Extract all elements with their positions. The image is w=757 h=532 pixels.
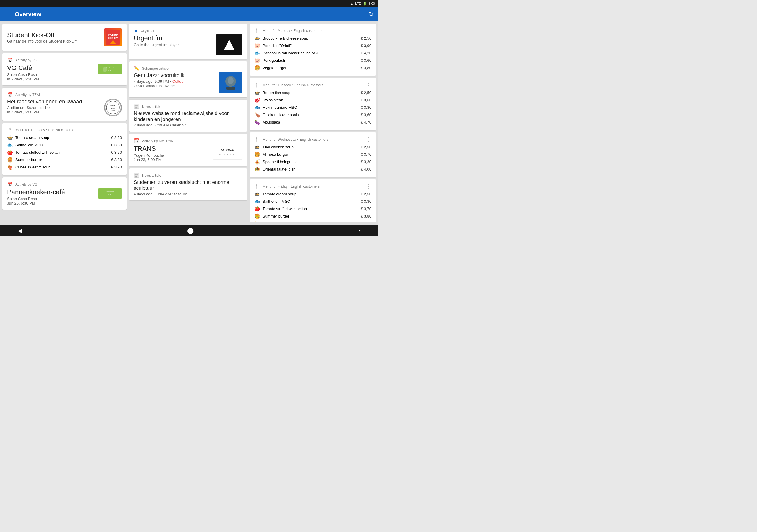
vg-logo: VERKEERD GEPARKEERD (98, 64, 122, 74)
menu-monday-card[interactable]: 🍴 Menu for Monday • English customers ⋮ … (250, 24, 376, 76)
menu-row-left: 🐟 Saithe loin MSC (254, 199, 290, 204)
menu-item-name: Pangasius roll lobster sauce ASC (262, 51, 319, 55)
menu-item-price: € 3,30 (361, 199, 371, 204)
food-icon: 🍅 (254, 206, 260, 212)
tzal-card[interactable]: 📅 Activity by TZAL ⋮ Het raadsel van goe… (2, 88, 127, 121)
food-icon: 🐷 (254, 43, 260, 48)
page-title: Overview (15, 11, 364, 18)
menu-item-name: Saithe loin MSC (262, 199, 290, 204)
menu-row-left: 🐷 Pork goulash (254, 58, 285, 63)
more-options[interactable]: ⋮ (237, 138, 242, 144)
back-button[interactable]: ◀ (18, 227, 22, 234)
news-icon: 📰 (134, 104, 139, 109)
food-icon: 🍲 (254, 36, 260, 41)
card-body: TRANS Yugen Kombucha Jun 23, 6:00 PM MaT… (134, 145, 242, 162)
more-options[interactable]: ⋮ (237, 66, 242, 71)
card-time: Jun 23, 6:00 PM (134, 158, 210, 162)
menu-row: 🐟 Saithe loin MSC € 3,30 (7, 141, 122, 149)
card-text: Gent Jazz: vooruitblik 4 days ago, 9:09 … (134, 73, 216, 88)
more-options[interactable]: ⋮ (237, 173, 242, 178)
svg-text:T'ZAL: T'ZAL (110, 105, 116, 107)
more-options[interactable]: ⋮ (366, 28, 371, 33)
menu-item-name: Swiss steak (262, 98, 283, 102)
more-options[interactable]: ⋮ (366, 184, 371, 189)
gent-jazz-card[interactable]: ✏️ Schamper article ⋮ Gent Jazz: vooruit… (129, 62, 247, 97)
status-bar: ▲ LTE 🔋 8:00 (0, 0, 378, 7)
refresh-button[interactable]: ↻ (369, 11, 374, 18)
food-icon: 🐟 (254, 104, 260, 110)
menu-thursday-card[interactable]: 🍴 Menu for Thursday • English customers … (2, 123, 127, 175)
menu-row-left: 🍗 Chicken tikka masala (254, 112, 299, 118)
reclame-card[interactable]: 📰 News article ⋮ Nieuwe website rond rec… (129, 100, 247, 132)
food-icon: 🥩 (254, 97, 260, 103)
menu-item-name: Saithe loin MSC (15, 143, 43, 147)
food-icon: 🍝 (254, 159, 260, 164)
recent-button[interactable]: ▪ (359, 227, 361, 234)
menu-row-left: 🍖 Cubes sweet & sour (7, 164, 50, 170)
card-header: 📅 Activity by TZAL ⋮ (7, 92, 122, 98)
menu-row: 🍅 Tomato stuffed with seitan € 3,70 (254, 205, 371, 213)
menu-row-left: 🍲 Breton fish soup (254, 90, 290, 96)
card-header: 🍴 Menu for Monday • English customers ⋮ (254, 28, 371, 33)
menu-item-name: Tomato cream soup (262, 192, 296, 196)
header-left: 📅 Activity by TZAL (7, 92, 41, 98)
hamburger-menu[interactable]: ☰ (5, 11, 10, 18)
cutlery-icon: 🍴 (254, 82, 260, 88)
more-options[interactable]: ⋮ (116, 127, 122, 133)
menu-row-left: 🍔 Mimosa burger (254, 152, 288, 157)
card-body: Pannenkoeken-café Salon Casa Rosa Jun 25… (7, 188, 122, 205)
urgent-fm-card[interactable]: ▲ Urgent.fm ⋮ Urgent.fm Go to the Urgent… (129, 24, 247, 59)
more-options[interactable]: ⋮ (116, 58, 122, 63)
menu-row-left: 🍆 Moussaka (254, 119, 280, 125)
header-left: ▲ Urgent.fm (134, 28, 156, 33)
more-options[interactable]: ⋮ (366, 137, 371, 142)
food-icon: 🍲 (7, 135, 13, 140)
menu-item-name: Tomato stuffed with seitan (262, 207, 307, 211)
middle-column: ▲ Urgent.fm ⋮ Urgent.fm Go to the Urgent… (129, 24, 247, 222)
card-body: Het raadsel van goed en kwaad Auditorium… (7, 99, 122, 116)
svg-rect-13 (99, 189, 121, 198)
pannenkoeken-card[interactable]: 📅 Activity by VG ⋮ Pannenkoeken-café Sal… (2, 177, 127, 210)
card-header: ✏️ Schamper article ⋮ (134, 66, 242, 71)
menu-row-left: 🍲 Tomato cream soup (254, 191, 296, 197)
menu-item-price: € 2,50 (361, 90, 371, 95)
menu-tuesday-card[interactable]: 🍴 Menu for Tuesday • English customers ⋮… (250, 78, 376, 130)
more-options[interactable]: ⋮ (116, 182, 122, 187)
menu-row: 🐟 Hoki meunière MSC € 3,80 (254, 104, 371, 111)
cutlery-icon: 🍴 (254, 136, 260, 142)
menu-row: 🍔 Veggie burger € 3,80 (254, 64, 371, 72)
menu-row: 🐷 Pork disc "Orloff" € 3,90 (254, 42, 371, 49)
more-options[interactable]: ⋮ (237, 104, 242, 109)
menu-items: 🍲 Tomato cream soup € 2,50 🐟 Saithe loin… (254, 190, 371, 222)
pencil-icon: ✏️ (134, 66, 139, 71)
menu-item-name: Broccoli-herb cheese soup (262, 36, 308, 41)
card-title: Nieuwe website rond reclamewijsheid voor… (134, 110, 242, 122)
menu-items: 🍲 Tomato cream soup € 2,50 🐟 Saithe loin… (7, 134, 122, 171)
more-options[interactable]: ⋮ (116, 92, 122, 98)
menu-label: Menu for Monday • English customers (262, 29, 322, 33)
menu-label: Menu for Friday • English customers (262, 185, 320, 189)
menu-row: 🍅 Tomato stuffed with seitan € 3,70 (7, 149, 122, 156)
menu-wednesday-card[interactable]: 🍴 Menu for Wednesday • English customers… (250, 133, 376, 177)
card-text: Urgent.fm Go to the Urgent.fm player. (134, 34, 180, 47)
menu-row: 🥩 Swiss steak € 3,60 (254, 96, 371, 104)
menu-friday-card[interactable]: 🍴 Menu for Friday • English customers ⋮ … (250, 179, 376, 222)
svg-text:WEL: WEL (111, 107, 115, 109)
more-options[interactable]: ⋮ (237, 28, 242, 33)
food-icon: 🐟 (254, 50, 260, 56)
food-icon: 🍆 (254, 119, 260, 125)
calendar-icon: 📅 (7, 92, 13, 98)
kickoff-card[interactable]: Student Kick-Off Ga naar de info voor de… (2, 24, 127, 51)
stadslucht-card[interactable]: 📰 News article ⋮ Studenten zuiveren stad… (129, 168, 247, 200)
menu-item-price: € 3,80 (111, 158, 122, 162)
calendar-icon: 📅 (134, 138, 139, 144)
food-icon: 🍲 (254, 191, 260, 197)
card-title: Het raadsel van goed en kwaad (7, 99, 82, 105)
more-options[interactable]: ⋮ (366, 82, 371, 88)
food-icon: 🍔 (254, 65, 260, 71)
home-button[interactable]: ⬤ (187, 227, 194, 234)
trans-card[interactable]: 📅 Activity by MATRAK ⋮ TRANS Yugen Kombu… (129, 134, 247, 166)
right-column: 🍴 Menu for Monday • English customers ⋮ … (250, 24, 376, 222)
vg-cafe-card[interactable]: 📅 Activity by VG ⋮ VG Café Salon Casa Ro… (2, 53, 127, 85)
menu-item-price: € 3,60 (361, 98, 371, 102)
